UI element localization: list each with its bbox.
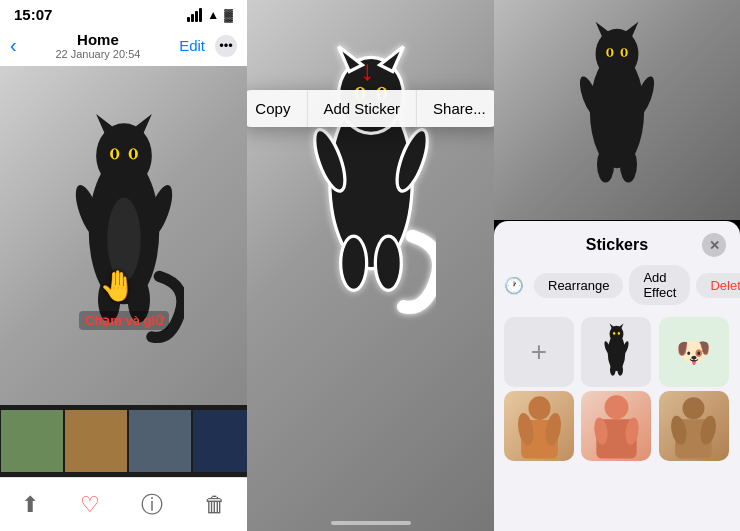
nav-title: Home (55, 31, 140, 48)
svg-point-55 (683, 397, 705, 419)
plus-icon: + (531, 336, 547, 368)
sticker-tabs: 🕐 Rearrange Add Effect Delete (494, 265, 740, 313)
cat-sticker-cell[interactable]: → (581, 317, 651, 387)
copy-button[interactable]: Copy (247, 90, 307, 127)
person-silhouette-3 (666, 394, 721, 459)
right-photo-background (494, 0, 740, 220)
nav-subtitle: 22 January 20:54 (55, 48, 140, 60)
svg-point-36 (620, 147, 637, 183)
thumbnail-1[interactable] (1, 410, 63, 472)
add-effect-tab[interactable]: Add Effect (629, 265, 690, 305)
dog-sticker: 🐶 (676, 336, 711, 369)
svg-point-45 (610, 364, 616, 376)
add-sticker-button[interactable]: + (504, 317, 574, 387)
photo-background: 🤚 Chạm và giữ (0, 66, 247, 405)
context-menu: Copy Add Sticker Share... (247, 90, 494, 127)
wifi-icon: ▲ (207, 8, 219, 22)
heart-button[interactable]: ♡ (80, 492, 100, 518)
home-indicator (331, 521, 411, 525)
thumbnail-3[interactable] (129, 410, 191, 472)
sticker-sheet: Stickers ✕ 🕐 Rearrange Add Effect Delete… (494, 221, 740, 531)
signal-icon (187, 8, 202, 22)
svg-point-51 (604, 395, 628, 419)
sticker-title: Stickers (532, 236, 702, 254)
thumbnail-4[interactable] (193, 410, 247, 472)
close-sticker-button[interactable]: ✕ (702, 233, 726, 257)
face-sticker-3[interactable] (659, 391, 729, 461)
clock-icon: 🕐 (504, 276, 524, 295)
rearrange-tab[interactable]: Rearrange (534, 273, 623, 298)
thumbnail-2[interactable] (65, 410, 127, 472)
status-icons: ▲ ▓ (187, 8, 233, 22)
svg-point-19 (340, 236, 366, 290)
svg-point-6 (112, 149, 116, 158)
face-sticker-1[interactable] (504, 391, 574, 461)
delete-tab[interactable]: Delete (696, 273, 740, 298)
back-button[interactable]: ‹ (10, 34, 17, 57)
share-button[interactable]: ⬆ (21, 492, 39, 518)
svg-point-20 (375, 236, 401, 290)
trash-button[interactable]: 🗑 (204, 492, 226, 518)
right-cat-image (562, 11, 672, 211)
middle-panel: ↓ Copy Add Sticker Share... (247, 0, 494, 531)
nav-center: Home 22 January 20:54 (55, 31, 140, 60)
bottom-toolbar: ⬆ ♡ ⓘ 🗑 (0, 477, 247, 531)
edit-button[interactable]: Edit (179, 37, 205, 54)
svg-point-47 (528, 396, 550, 420)
thumbnail-strip[interactable] (0, 405, 247, 477)
person-silhouette-2 (589, 394, 644, 459)
nav-bar: ‹ Home 22 January 20:54 Edit ••• (0, 27, 247, 66)
main-photo: 🤚 Chạm và giữ (0, 66, 247, 405)
cat-sticker (589, 320, 644, 385)
add-sticker-button[interactable]: Add Sticker (307, 90, 417, 127)
svg-point-42 (617, 332, 619, 335)
info-button[interactable]: ⓘ (141, 490, 163, 520)
nav-actions: Edit ••• (179, 35, 237, 57)
more-button[interactable]: ••• (215, 35, 237, 57)
status-time: 15:07 (14, 6, 52, 23)
dog-sticker-cell[interactable]: 🐶 (659, 317, 729, 387)
battery-icon: ▓ (224, 8, 233, 22)
tap-hold-label: Chạm và giữ (79, 311, 169, 330)
sticker-header: Stickers ✕ (494, 221, 740, 265)
svg-point-32 (623, 49, 626, 56)
svg-point-31 (608, 49, 611, 56)
svg-point-46 (617, 364, 623, 376)
right-panel: Stickers ✕ 🕐 Rearrange Add Effect Delete… (494, 0, 740, 531)
sticker-grid-row1: + → � (494, 313, 740, 391)
share-button[interactable]: Share... (417, 90, 494, 127)
left-panel: 15:07 ▲ ▓ ‹ Home 22 January 20:54 Edit •… (0, 0, 247, 531)
svg-point-7 (131, 149, 135, 158)
face-sticker-2[interactable] (581, 391, 651, 461)
svg-point-41 (613, 332, 615, 335)
close-icon: ✕ (709, 238, 720, 253)
sticker-grid-row2 (494, 391, 740, 465)
red-arrow-icon: ↓ (361, 55, 375, 87)
tap-hold-text: Chạm và giữ (85, 313, 163, 328)
status-bar: 15:07 ▲ ▓ (0, 0, 247, 27)
person-silhouette-1 (512, 394, 567, 459)
svg-point-35 (597, 147, 614, 183)
hand-cursor-icon: 🤚 (99, 268, 136, 303)
